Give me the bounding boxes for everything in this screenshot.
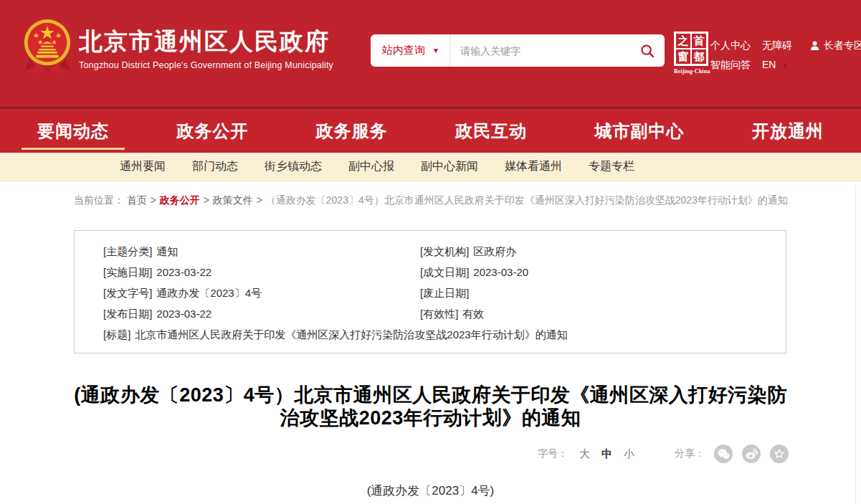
article-controls: 字号： 大 中 小 分享：: [0, 444, 861, 464]
stamp-char: 之: [675, 33, 691, 49]
breadcrumb-label: 当前位置：: [74, 194, 124, 206]
article-page: 当前位置： 首页 > 政务公开 > 政策文件 > （通政办发〔2023〕4号）北…: [0, 181, 861, 499]
meta-repeal-date: [废止日期]: [420, 285, 757, 301]
subnav-item-media[interactable]: 媒体看通州: [505, 159, 562, 174]
subnav-item-township-news[interactable]: 街乡镇动态: [265, 159, 322, 174]
font-size-small-button[interactable]: 小: [624, 447, 634, 461]
search-scope-dropdown[interactable]: 站内查询 ▼: [371, 44, 449, 57]
page-title: (通政办发〔2023〕4号）北京市通州区人民政府关于印发《通州区深入打好污染防治…: [70, 384, 791, 429]
scrollbar-track[interactable]: [855, 184, 856, 504]
breadcrumb-current-page: （通政办发〔2023〕4号）北京市通州区人民政府关于印发《通州区深入打好污染防治…: [266, 194, 788, 206]
personal-center-link[interactable]: 个人中心: [710, 39, 751, 52]
breadcrumb-separator: >: [204, 194, 209, 206]
subnav-item-tongzhou-news[interactable]: 通州要闻: [120, 159, 166, 174]
stamp-caption: Beijing-China: [674, 68, 708, 75]
subnav-item-subcenter-paper[interactable]: 副中心报: [348, 159, 394, 174]
main-nav: 要闻动态 政务公开 政务服务 政民互动 城市副中心 开放通州: [0, 107, 861, 153]
person-icon: [810, 41, 819, 51]
stamp-grid: 之 首 窗 都: [674, 32, 708, 66]
breadcrumb-gov-affairs-link[interactable]: 政务公开: [160, 194, 200, 206]
weibo-icon: [746, 448, 758, 460]
meta-issuing-agency: [发文机构]区政府办: [420, 244, 757, 260]
font-size-large-button[interactable]: 大: [579, 447, 590, 461]
search-scope-label: 站内查询: [382, 44, 425, 57]
meta-written-date: [成文日期]2023-03-20: [420, 265, 757, 280]
meta-publish-date: [发布日期]2023-03-22: [103, 306, 420, 322]
search-input[interactable]: [450, 45, 637, 57]
nav-item-subcenter[interactable]: 城市副中心: [595, 110, 685, 153]
nav-item-interaction[interactable]: 政民互动: [455, 110, 527, 153]
language-label: EN: [762, 59, 776, 70]
site-header: 北京市通州区人民政府 Tongzhou District People's Go…: [0, 0, 861, 107]
subnav-item-dept-news[interactable]: 部门动态: [192, 159, 238, 174]
share-qzone-button[interactable]: [770, 444, 789, 463]
stamp-char: 窗: [675, 49, 691, 65]
language-switch[interactable]: EN▼: [762, 59, 788, 70]
subnav-item-special-topics[interactable]: 专题专栏: [589, 159, 634, 174]
site-branding: 北京市通州区人民政府 Tongzhou District People's Go…: [79, 27, 333, 70]
share-weibo-button[interactable]: [742, 444, 761, 463]
nav-item-news[interactable]: 要闻动态: [37, 110, 109, 153]
share-label: 分享：: [675, 447, 705, 460]
subnav-item-subcenter-news[interactable]: 副中心新闻: [421, 159, 478, 174]
site-title: 北京市通州区人民政府: [79, 27, 333, 56]
beijing-china-stamp-logo[interactable]: 之 首 窗 都 Beijing-China: [674, 32, 708, 75]
nav-item-open-tongzhou[interactable]: 开放通州: [752, 110, 824, 153]
national-emblem-icon: [19, 17, 75, 76]
wechat-icon: [718, 449, 730, 460]
smart-qa-link[interactable]: 智能问答: [710, 59, 751, 72]
doc-meta-box: [主题分类]通知 [发文机构]区政府办 [实施日期]2023-03-22 [成文…: [74, 230, 786, 353]
nav-item-gov-services[interactable]: 政务服务: [316, 110, 388, 153]
site-search-box: 站内查询 ▼: [371, 34, 665, 67]
meta-doc-number: [发文字号]通政办发〔2023〕4号: [103, 285, 420, 301]
stamp-char: 都: [691, 49, 707, 65]
share-wechat-button[interactable]: [714, 444, 733, 463]
font-size-label: 字号：: [538, 447, 568, 460]
breadcrumb-home-link[interactable]: 首页: [127, 194, 147, 206]
chevron-down-icon: ▼: [781, 62, 788, 70]
breadcrumb: 当前位置： 首页 > 政务公开 > 政策文件 > （通政办发〔2023〕4号）北…: [0, 181, 861, 207]
accessibility-link[interactable]: 无障碍: [762, 39, 792, 52]
font-size-medium-button[interactable]: 中: [601, 447, 612, 461]
search-icon: [640, 44, 655, 58]
sub-nav: 通州要闻 部门动态 街乡镇动态 副中心报 副中心新闻 媒体看通州 专题专栏: [0, 153, 861, 181]
meta-implementation-date: [实施日期]2023-03-22: [103, 265, 420, 280]
breadcrumb-separator: >: [151, 194, 156, 206]
breadcrumb-policy-docs-link[interactable]: 政策文件: [213, 194, 253, 206]
senior-zone-label: 长者专区: [824, 39, 861, 52]
chevron-down-icon: ▼: [432, 47, 439, 54]
nav-item-gov-affairs[interactable]: 政务公开: [176, 110, 248, 153]
search-button[interactable]: [637, 44, 665, 58]
site-subtitle: Tongzhou District People's Government of…: [79, 60, 333, 70]
national-emblem-logo: [19, 17, 75, 76]
stamp-char: 首: [691, 33, 707, 49]
meta-subject-category: [主题分类]通知: [103, 244, 420, 260]
senior-zone-link[interactable]: 长者专区: [810, 39, 861, 52]
doc-number-line: (通政办发〔2023〕4号): [0, 482, 861, 499]
page: 北京市通州区人民政府 Tongzhou District People's Go…: [0, 0, 861, 504]
meta-title: [标题]北京市通州区人民政府关于印发《通州区深入打好污染防治攻坚战2023年行动…: [103, 327, 757, 343]
star-icon: [774, 448, 785, 460]
breadcrumb-separator: >: [257, 194, 262, 206]
doc-meta-grid: [主题分类]通知 [发文机构]区政府办 [实施日期]2023-03-22 [成文…: [103, 244, 757, 343]
meta-validity: [有效性]有效: [420, 306, 757, 322]
